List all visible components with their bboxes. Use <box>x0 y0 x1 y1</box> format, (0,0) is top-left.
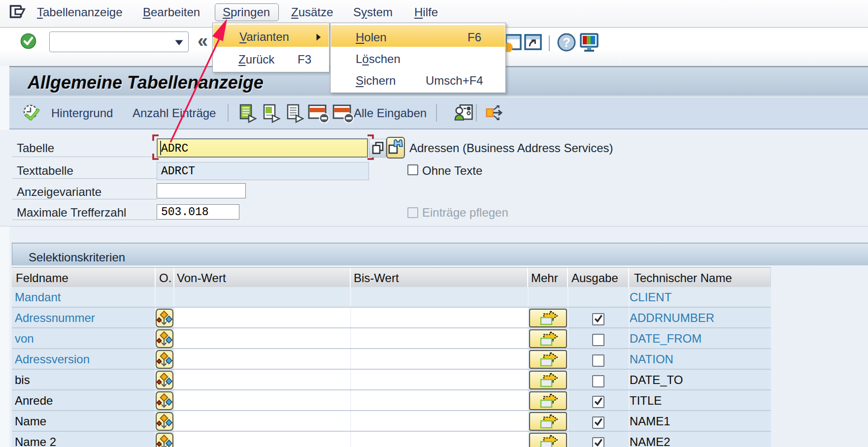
svg-text:?: ? <box>563 35 570 50</box>
